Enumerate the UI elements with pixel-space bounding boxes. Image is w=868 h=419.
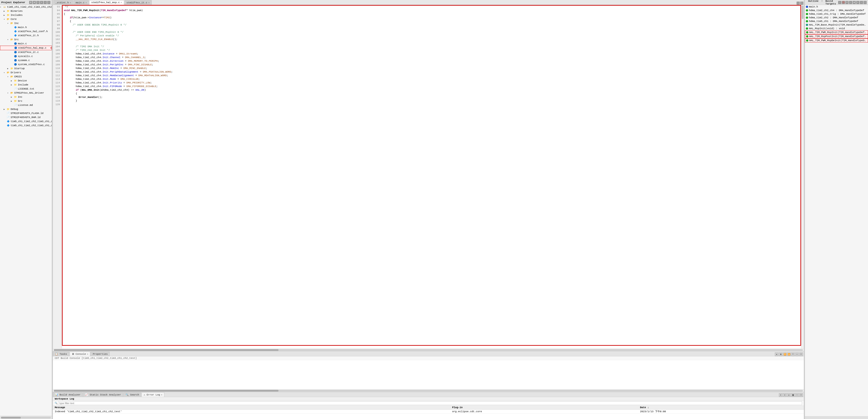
tree-item-core[interactable]: ▾ 📂 Core	[0, 17, 52, 21]
outline-item[interactable]: HAL_TIM_Base_MspInit(TIM_HandleTypeDef*)…	[805, 23, 868, 27]
tree-item-debug-cfg[interactable]: 🔷 tim5_ch1_tim2_ch2_tim3_ch1_ch2_test De…	[0, 123, 52, 127]
workspace-minimize-btn[interactable]: ─	[795, 393, 799, 397]
tab-outline[interactable]: Outline	[806, 0, 820, 6]
tree-item-hal-conf-h[interactable]: 🔷 stm32f4xx_hal_conf.h	[0, 29, 52, 33]
tree-item-it-h[interactable]: 🔷 stm32f4xx_it.h	[0, 33, 52, 37]
project-root[interactable]: ▾ 🗂 tim5_ch1_tim2_ch2_tim3_ch1_ch2_test	[0, 5, 52, 9]
console-scroll-end-btn[interactable]: ⏬	[783, 353, 786, 356]
tree-item-main-h[interactable]: 🔷 main.h	[0, 25, 52, 29]
console-new-btn[interactable]: +	[791, 353, 795, 356]
tree-item-system-c[interactable]: 🔵 system_stm32f4xx.c	[0, 62, 52, 66]
view-menu-button[interactable]: ▾	[40, 1, 43, 4]
log-row[interactable]: Indexed 'tim5_ch1_tim2_ch2_tim3_ch1_ch2_…	[53, 410, 804, 414]
tree-item-hal-src[interactable]: ▶ 📁 Src	[0, 99, 52, 103]
tab-it-c-close[interactable]: ✕	[148, 1, 150, 4]
tree-item-hal-driver[interactable]: ▾ 📂 STM32F4xx_HAL_Driver	[0, 91, 52, 95]
tab-stack-analyzer[interactable]: 📈 Static Stack Analyzer	[83, 392, 123, 397]
outline-item[interactable]: HAL_MspInit(void) : void	[805, 27, 868, 30]
editor-hscrollbar-thumb[interactable]	[54, 349, 278, 351]
tree-item-ram-ld[interactable]: 📄 STM32F405VGTX_RAM.ld	[0, 115, 52, 119]
tab-hal-msp-c-close[interactable]: ✕	[121, 1, 122, 4]
tree-item-includes[interactable]: ▶ 📁 Includes	[0, 13, 52, 17]
tree-item-hal-msp-c[interactable]: 🔵 stm32f4xx_hal_msp.c	[0, 46, 52, 50]
minimize-button[interactable]: ─	[43, 1, 47, 4]
tab-stdint-h[interactable]: _stdint.h ✕	[53, 0, 73, 5]
tree-item-debug[interactable]: ▶ 📁 Debug	[0, 107, 52, 111]
filter-button[interactable]: ▽	[36, 1, 39, 4]
tree-item-core-inc[interactable]: ▾ 📂 Inc	[0, 21, 52, 25]
console-maximize-btn[interactable]: □	[799, 353, 803, 356]
tree-item-cmsis[interactable]: ▾ 📂 CMSIS	[0, 74, 52, 79]
console-scroll-top-btn[interactable]: ⏫	[787, 353, 791, 356]
outline-link-btn[interactable]: ⇄	[852, 1, 856, 4]
tab-main-c-close[interactable]: ✕	[86, 1, 87, 4]
tree-item-hal-inc[interactable]: ▶ 📁 Inc	[0, 95, 52, 99]
outline-sort-btn[interactable]: ↕	[838, 1, 841, 4]
workspace-maximize-btn[interactable]: □	[799, 393, 803, 397]
outline-item[interactable]: HAL_TIM_MspPostInit(TIM_HandleTypeDef*) …	[805, 34, 868, 38]
code-editor[interactable]: */void HAL_TIM_PWM_MspInit(TIM_HandleTyp…	[62, 5, 801, 349]
outline-expand-btn[interactable]: +	[845, 1, 848, 4]
console-clear-btn[interactable]: ✕	[775, 353, 778, 356]
outline-item[interactable]: HAL_TIM_PWM_MspInit(TIM_HandleTypeDef*)	[805, 30, 868, 34]
editor-maximize-btn[interactable]: □	[800, 2, 803, 5]
tab-console[interactable]: 🖥 Console ✕	[70, 352, 90, 356]
tree-item-startup[interactable]: ▶ 📁 Startup	[0, 66, 52, 70]
workspace-tool-3[interactable]: ✕	[787, 393, 791, 397]
outline-item[interactable]: hdma_tim2_ch2_ch4 : DMA_HandleTypeDef	[805, 8, 868, 12]
tree-item-binaries[interactable]: ▶ 📁 Binaries	[0, 9, 52, 13]
outline-min-btn[interactable]: ─	[860, 1, 863, 4]
tree-item-sysmem-c[interactable]: 🔵 sysmem.c	[0, 58, 52, 62]
tab-error-log-close[interactable]: ✕	[161, 393, 162, 396]
tree-item-core-src[interactable]: ▾ 📂 Src	[0, 37, 52, 41]
editor-hscrollbar-track[interactable]	[54, 349, 803, 351]
tab-console-close[interactable]: ✕	[87, 353, 88, 356]
left-panel-hscrollbar[interactable]	[0, 416, 52, 419]
tree-item-drivers[interactable]: ▾ 📂 Drivers	[0, 70, 52, 74]
tab-search[interactable]: 🔍 Search	[123, 392, 141, 397]
outline-menu-btn[interactable]: ▾	[856, 1, 860, 4]
workspace-tool-4[interactable]: 🗑	[791, 393, 795, 397]
tab-hal-msp-c[interactable]: stm32f4xx_hal_msp.c ✕	[89, 0, 124, 5]
workspace-filter-input[interactable]	[58, 401, 802, 405]
tree-item-ioc[interactable]: 🔷 tim5_ch1_tim2_ch2_tim3_ch1_ch2_test.io…	[0, 119, 52, 123]
tree-item-flash-ld[interactable]: 📄 STM32F405VGTX_FLASH.ld	[0, 111, 52, 115]
tab-build-targets[interactable]: Build Targets	[824, 0, 838, 6]
outline-hscrollbar[interactable]	[805, 416, 868, 419]
collapse-all-button[interactable]: ⊟	[29, 1, 32, 4]
tab-tasks[interactable]: 📋 Tasks	[53, 352, 69, 356]
tab-it-c[interactable]: stm32f4xx_it.c ✕	[125, 0, 152, 5]
editor-vscrollbar-thumb[interactable]	[802, 5, 804, 19]
outline-item[interactable]: hdma_tim2_ch2 : DMA_HandleTypeDef	[805, 16, 868, 20]
workspace-tool-2[interactable]: ⬇	[783, 393, 786, 397]
console-hscrollbar-track[interactable]	[54, 390, 803, 392]
editor-minimize-btn[interactable]: ─	[797, 2, 800, 5]
outline-hide-btn[interactable]: 🚫	[842, 1, 845, 4]
editor-hscrollbar-container[interactable]	[53, 349, 804, 351]
tree-item-license-md[interactable]: 📄 License.md	[0, 103, 52, 107]
link-editor-button[interactable]: ⇄	[33, 1, 36, 4]
tree-item-license-txt[interactable]: 📄 LICENSE.txt	[0, 87, 52, 91]
tab-properties[interactable]: Properties	[91, 352, 110, 356]
console-scroll-lock-btn[interactable]: ⏸	[779, 353, 782, 356]
tree-item-include[interactable]: ▶ 📁 Include	[0, 83, 52, 87]
console-minimize-btn[interactable]: ─	[795, 353, 799, 356]
console-hscrollbar[interactable]	[53, 389, 804, 392]
tab-stdint-h-close[interactable]: ✕	[70, 1, 71, 4]
tree-item-it-c[interactable]: 🔵 stm32f4xx_it.c	[0, 50, 52, 54]
tab-error-log[interactable]: ⚠ Error Log ✕	[142, 392, 164, 397]
tree-item-main-c[interactable]: 🔵 main.c	[0, 41, 52, 46]
tree-item-syscalls-c[interactable]: 🔵 syscalls.c	[0, 54, 52, 58]
console-hscrollbar-thumb[interactable]	[54, 390, 278, 392]
left-hscrollbar-track[interactable]	[1, 417, 51, 419]
tab-main-c[interactable]: main.c ✕	[73, 0, 89, 5]
left-hscrollbar-thumb[interactable]	[1, 417, 21, 419]
outline-item[interactable]: HAL_TIM_PWM_MspDeInit(TIM_HandleTypeDef*	[805, 38, 868, 42]
outline-item[interactable]: hdma_tim3_ch1_trig : DMA_HandleTypeDef	[805, 12, 868, 16]
editor-vscrollbar[interactable]	[801, 5, 804, 349]
maximize-button[interactable]: □	[47, 1, 51, 4]
tab-build-analyzer[interactable]: 📊 Build Analyzer	[53, 392, 83, 397]
outline-max-btn[interactable]: □	[864, 1, 867, 4]
outline-item[interactable]: hdma_tim5_ch1 : DMA_HandleTypeDef	[805, 20, 868, 23]
tree-item-device[interactable]: ▶ 📁 Device	[0, 79, 52, 83]
